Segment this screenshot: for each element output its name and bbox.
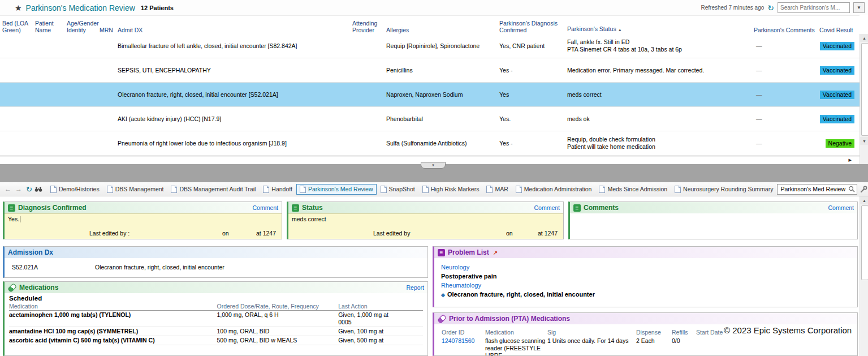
covid-result-badge: Negative [826,139,854,148]
pta-dispense: 2 Each [636,337,655,345]
column-header-age-gender[interactable]: Age/Gender Identity [64,19,97,35]
col-medication: Medication [9,303,217,310]
status-panel: ≡ Status Comment meds correct Last edite… [287,201,564,239]
report-doc-icon [675,186,681,193]
column-header-covid-result[interactable]: Covid Result [817,25,858,35]
status-line-1: Fall, ankle fx. Still in ED [567,38,749,46]
confirmed-cell: Yes. [497,114,565,124]
covid-cell: Vaccinated [817,65,858,76]
patient-row-2[interactable]: SEPSIS, UTI, ENCEPHALOPATHY Penicillins … [0,58,860,83]
splitter-handle[interactable]: ▼ [421,162,446,169]
problem-category-link[interactable]: Rheumatology [441,282,850,289]
tab-parkinsons-med-review[interactable]: Parkinson's Med Review [296,184,377,195]
wrench-icon[interactable] [860,186,867,193]
scrollbar-thumb[interactable] [861,43,868,136]
admit-dx-cell: Pneumonia of right lower lobe due to inf… [115,139,350,148]
admit-dx-cell: AKI (acute kidney injury) (HCC) [N17.9] [115,114,350,124]
scroll-down-icon[interactable]: ▼ [860,137,868,145]
report-doc-icon [50,186,57,193]
medication-row[interactable]: amantadine HCl 100 mg cap(s) (SYMMETREL)… [9,327,423,336]
tab-high-risk-markers[interactable]: High Risk Markers [419,184,483,195]
report-search-input[interactable] [779,185,848,193]
problem-item[interactable]: ◆Olecranon fracture, right, closed, init… [441,291,850,298]
report-link[interactable]: Report [406,284,424,291]
diagnosis-confirmed-edit-field[interactable]: Yes. Last edited by : on at 1247 [5,213,282,239]
tab-dbs-management-audit-trail[interactable]: DBS Management Audit Trail [167,184,259,195]
pane-splitter[interactable]: ▼ [0,164,868,182]
mrn-cell [97,69,115,71]
column-header-parkinsons-status-label: Parkinson's Status [567,25,616,32]
tab-meds-since-admission[interactable]: Meds Since Admission [595,184,671,195]
column-header-admit-dx[interactable]: Admit DX [115,25,350,35]
patient-row-4[interactable]: AKI (acute kidney injury) (HCC) [N17.9] … [0,107,860,131]
diamond-icon: ◆ [441,292,445,298]
tab-label: DBS Management [115,186,164,192]
comment-link[interactable]: Comment [534,204,560,211]
column-header-bed[interactable]: Bed (LOA Green) [0,19,33,35]
column-header-mrn[interactable]: MRN [97,25,115,35]
pta-order-id-link[interactable]: 1240781560 [442,337,474,345]
tab-neurosurgery-rounding-summary[interactable]: Neurosurgery Rounding Summary [671,184,776,195]
problem-list-header: ≡ Problem List ↗ [434,247,857,258]
admission-dx-row[interactable]: S52.021A Olecranon fracture, right, clos… [5,258,427,271]
patient-row-5[interactable]: Pneumonia of right lower lobe due to inf… [0,131,860,156]
problem-category-link[interactable]: Neurology [441,264,850,271]
action-line-2: 0005 [338,319,423,326]
panel-title: Problem List [448,248,489,256]
attending-cell [350,69,384,71]
medication-row[interactable]: acetaminophen 1,000 mg tab(s) (TYLENOL) … [9,311,423,327]
tab-dbs-management[interactable]: DBS Management [103,184,167,195]
bed-cell [0,93,33,96]
favorite-star-icon[interactable]: ★ [15,3,22,12]
status-cell: Fall, ankle fx. Still in ED PTA Sinemet … [565,37,752,54]
forward-icon[interactable]: → [14,185,24,193]
patient-search-input[interactable] [778,2,850,13]
patient-name-cell [33,142,64,144]
comments-cell: — [752,114,817,124]
tab-medication-administration[interactable]: Medication Administration [512,184,595,195]
patient-row-1[interactable]: Bimalleolar fracture of left ankle, clos… [0,34,860,58]
pta-medications-header: Prior to Admission (PTA) Medications [434,313,857,324]
binoculars-icon[interactable] [34,186,42,192]
comments-cell: — [752,41,817,51]
search-icon[interactable] [848,186,855,192]
column-header-attending[interactable]: Attending Provider [350,19,384,35]
tab-snapshot[interactable]: SnapShot [377,184,418,195]
title-bar-actions: Refreshed 7 minutes ago ↻ ▼ [701,2,865,13]
age-gender-cell [64,69,97,71]
column-header-diagnosis-confirmed[interactable]: Parkinson's Diagnosis Confirmed [497,19,565,35]
report-toolbar: ← → ↻ Demo/Histories DBS Management DBS … [0,182,868,196]
scroll-right-icon[interactable]: ▸ [848,156,852,164]
refreshed-timestamp: Refreshed 7 minutes ago [701,5,765,11]
column-header-parkinsons-comments[interactable]: Parkinson's Comments [752,25,817,35]
back-icon[interactable]: ← [3,185,13,193]
dx-description: Olecranon fracture, right, closed, initi… [95,264,224,271]
status-line-1: meds ok [567,115,749,123]
tab-mar[interactable]: MAR [483,184,511,195]
scrollbar-thumb[interactable] [861,205,868,280]
tab-handoff[interactable]: Handoff [260,184,296,195]
tab-label: DBS Management Audit Trail [179,186,256,192]
column-header-parkinsons-status[interactable]: Parkinson's Status▲ [565,24,752,35]
refresh-icon[interactable]: ↻ [767,3,774,12]
problem-item-label: Olecranon fracture, right, closed, initi… [447,291,595,298]
column-header-allergies[interactable]: Allergies [384,25,497,35]
status-edit-field[interactable]: meds correct Last edited by on at 1247 [288,213,563,239]
text-caret [20,216,20,222]
detail-scrollbar[interactable]: ▲ [860,196,868,356]
comment-link[interactable]: Comment [828,204,854,211]
covid-result-badge: Vaccinated [820,91,854,99]
scroll-up-icon[interactable]: ▲ [860,196,868,204]
patient-row-3-selected[interactable]: Olecranon fracture, right, closed, initi… [0,83,860,107]
comment-link[interactable]: Comment [252,204,278,211]
toolbar-refresh-icon[interactable]: ↻ [24,185,34,194]
external-link-icon[interactable]: ↗ [493,250,498,256]
medication-row[interactable]: ascorbic acid (vitamin C) 500 mg tab(s) … [9,336,423,345]
search-dropdown-button[interactable]: ▼ [853,2,865,13]
scroll-up-icon[interactable]: ▲ [860,34,868,42]
table-scrollbar[interactable]: ▲ ▼ [860,34,868,164]
column-header-patient-name[interactable]: Patient Name [33,19,64,35]
tab-demo-histories[interactable]: Demo/Histories [47,184,103,195]
problem-item[interactable]: Postoperative pain [441,273,850,280]
medication-last-action: Given, 500 mg at [338,337,423,344]
